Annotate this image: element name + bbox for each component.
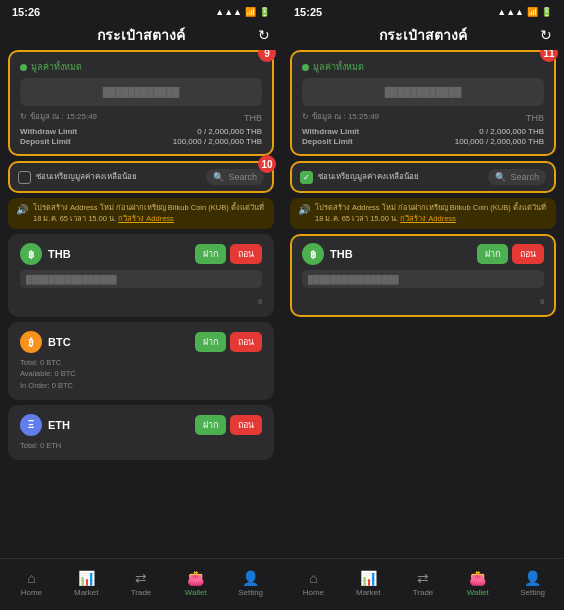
btc-withdraw-left[interactable]: ถอน xyxy=(230,332,262,352)
speaker-icon-left: 🔊 xyxy=(16,204,28,215)
home-icon-left: ⌂ xyxy=(27,570,35,586)
thb-deposit-left[interactable]: ฝาก xyxy=(195,244,226,264)
thb-withdraw-right[interactable]: ถอน xyxy=(512,244,544,264)
refresh-icon-left[interactable]: ↻ xyxy=(258,27,270,43)
btc-deposit-left[interactable]: ฝาก xyxy=(195,332,226,352)
nav-trade-left[interactable]: ⇄ Trade xyxy=(114,570,169,597)
announcement-left: 🔊 โปรดสร้าง Address ใหม่ ก่อนฝากเหรียญ B… xyxy=(8,198,274,229)
announcement-link-right[interactable]: กวีสร้าง Address xyxy=(400,214,456,223)
search-placeholder-left: Search xyxy=(228,172,257,182)
thb-unit-left: ฿ xyxy=(258,298,262,305)
eth-actions-left: ฝาก ถอน xyxy=(195,415,262,435)
wallet-amount-left: ████████████ xyxy=(20,78,262,106)
nav-trade-right[interactable]: ⇄ Trade xyxy=(396,570,451,597)
content-right: 11 มูลค่าทั้งหมด ████████████ ↻ ข้อมูล ณ… xyxy=(282,50,564,558)
filter-label-left: ซ่อนเหรียญมูลค่าคงเหลือน้อย xyxy=(36,172,137,182)
speaker-icon-right: 🔊 xyxy=(298,204,310,215)
status-dot-left xyxy=(20,64,27,71)
badge-10: 10 xyxy=(258,155,276,173)
wallet-card-right: 11 มูลค่าทั้งหมด ████████████ ↻ ข้อมูล ณ… xyxy=(290,50,556,156)
wallet-label-right: มูลค่าทั้งหมด xyxy=(302,60,544,74)
header-left: กระเป๋าสตางค์ ↻ xyxy=(0,22,282,50)
market-icon-left: 📊 xyxy=(78,570,95,586)
search-icon-left: 🔍 xyxy=(213,172,224,182)
wallet-icon-left: 👛 xyxy=(187,570,204,586)
badge-11: 11 xyxy=(540,50,558,62)
thb-actions-right: ฝาก ถอน xyxy=(477,244,544,264)
wallet-currency-left: THB xyxy=(244,113,262,123)
nav-wallet-label-left: Wallet xyxy=(185,588,207,597)
trade-icon-right: ⇄ xyxy=(417,570,429,586)
wallet-limits-left: Withdraw Limit 0 / 2,000,000 THB Deposit… xyxy=(20,127,262,146)
search-box-right[interactable]: 🔍 Search xyxy=(488,169,546,185)
thb-withdraw-left[interactable]: ถอน xyxy=(230,244,262,264)
nav-market-label-right: Market xyxy=(356,588,380,597)
wallet-label-left: มูลค่าทั้งหมด xyxy=(20,60,262,74)
btc-details-left: Total: 0 BTC Available: 0 BTC In Order: … xyxy=(20,357,262,391)
thb-name-right: THB xyxy=(330,248,353,260)
filter-checkbox-area-right: ซ่อนเหรียญมูลค่าคงเหลือน้อย xyxy=(300,171,488,184)
time-left: 15:26 xyxy=(12,6,40,18)
eth-icon-left: Ξ xyxy=(20,414,42,436)
btc-name-left: BTC xyxy=(48,336,71,348)
thb-deposit-right[interactable]: ฝาก xyxy=(477,244,508,264)
nav-home-left[interactable]: ⌂ Home xyxy=(4,570,59,597)
badge-9: 9 xyxy=(258,50,276,62)
refresh-icon-right[interactable]: ↻ xyxy=(540,27,552,43)
nav-setting-left[interactable]: 👤 Setting xyxy=(223,570,278,597)
nav-setting-right[interactable]: 👤 Setting xyxy=(505,570,560,597)
filter-checkbox-area-left: ซ่อนเหรียญมูลค่าคงเหลือน้อย xyxy=(18,171,206,184)
coin-row-thb-right: ฿ THB ฝาก ถอน ████████████████ ฿ xyxy=(290,234,556,317)
nav-market-left[interactable]: 📊 Market xyxy=(59,570,114,597)
nav-wallet-right[interactable]: 👛 Wallet xyxy=(450,570,505,597)
time-right: 15:25 xyxy=(294,6,322,18)
search-icon-right: 🔍 xyxy=(495,172,506,182)
nav-setting-label-right: Setting xyxy=(520,588,545,597)
nav-setting-label-left: Setting xyxy=(238,588,263,597)
eth-name-left: ETH xyxy=(48,419,70,431)
hide-small-checkbox-right[interactable] xyxy=(300,171,313,184)
status-dot-right xyxy=(302,64,309,71)
wallet-limits-right: Withdraw Limit 0 / 2,000,000 THB Deposit… xyxy=(302,127,544,146)
nav-trade-label-left: Trade xyxy=(131,588,152,597)
thb-balance-right: ████████████████ xyxy=(302,270,544,288)
right-panel: 15:25 ▲▲▲ 📶 🔋 กระเป๋าสตางค์ ↻ 11 มูลค่าท… xyxy=(282,0,564,610)
nav-market-right[interactable]: 📊 Market xyxy=(341,570,396,597)
thb-icon-left: ฿ xyxy=(20,243,42,265)
bottom-nav-left: ⌂ Home 📊 Market ⇄ Trade 👛 Wallet 👤 Setti… xyxy=(0,558,282,610)
page-title-left: กระเป๋าสตางค์ xyxy=(97,24,185,46)
coin-row-btc-left: ₿ BTC ฝาก ถอน Total: 0 BTC Available: 0 … xyxy=(8,322,274,400)
nav-market-label-left: Market xyxy=(74,588,98,597)
bottom-nav-right: ⌂ Home 📊 Market ⇄ Trade 👛 Wallet 👤 Setti… xyxy=(282,558,564,610)
thb-unit-right: ฿ xyxy=(540,298,544,305)
wallet-card-left: 9 มูลค่าทั้งหมด ████████████ ↻ ข้อมูล ณ … xyxy=(8,50,274,156)
wallet-amount-right: ████████████ xyxy=(302,78,544,106)
thb-balance-left: ████████████████ xyxy=(20,270,262,288)
search-placeholder-right: Search xyxy=(510,172,539,182)
hide-small-checkbox-left[interactable] xyxy=(18,171,31,184)
search-box-left[interactable]: 🔍 Search xyxy=(206,169,264,185)
content-left: 9 มูลค่าทั้งหมด ████████████ ↻ ข้อมูล ณ … xyxy=(0,50,282,558)
thb-name-left: THB xyxy=(48,248,71,260)
thb-actions-left: ฝาก ถอน xyxy=(195,244,262,264)
setting-icon-right: 👤 xyxy=(524,570,541,586)
nav-home-right[interactable]: ⌂ Home xyxy=(286,570,341,597)
home-icon-right: ⌂ xyxy=(309,570,317,586)
eth-details-left: Total: 0 ETH xyxy=(20,440,262,451)
announcement-link-left[interactable]: กวีสร้าง Address xyxy=(118,214,174,223)
header-right: กระเป๋าสตางค์ ↻ xyxy=(282,22,564,50)
eth-withdraw-left[interactable]: ถอน xyxy=(230,415,262,435)
trade-icon-left: ⇄ xyxy=(135,570,147,586)
announcement-text-right: โปรดสร้าง Address ใหม่ ก่อนฝากเหรียญ Bit… xyxy=(315,203,548,224)
btc-actions-left: ฝาก ถอน xyxy=(195,332,262,352)
status-icons-left: ▲▲▲ 📶 🔋 xyxy=(215,7,270,17)
nav-wallet-left[interactable]: 👛 Wallet xyxy=(168,570,223,597)
setting-icon-left: 👤 xyxy=(242,570,259,586)
coin-row-thb-left: ฿ THB ฝาก ถอน ████████████████ ฿ xyxy=(8,234,274,317)
page-title-right: กระเป๋าสตางค์ xyxy=(379,24,467,46)
eth-deposit-left[interactable]: ฝาก xyxy=(195,415,226,435)
wallet-currency-right: THB xyxy=(526,113,544,123)
nav-trade-label-right: Trade xyxy=(413,588,434,597)
filter-row-right: ซ่อนเหรียญมูลค่าคงเหลือน้อย 🔍 Search xyxy=(290,161,556,193)
wallet-icon-right: 👛 xyxy=(469,570,486,586)
